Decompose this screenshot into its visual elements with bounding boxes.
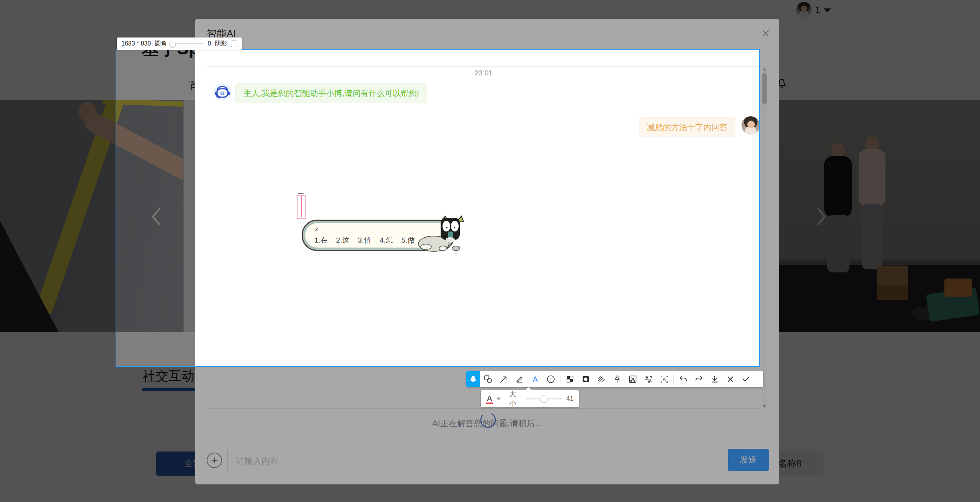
share-icon[interactable]: [691, 371, 707, 387]
chat-scrollbar[interactable]: ▲ ▼: [762, 66, 767, 409]
add-attachment-button[interactable]: +: [207, 453, 222, 468]
mosaic-tool-icon[interactable]: [562, 371, 578, 387]
ime-candidate[interactable]: 2.这: [336, 235, 350, 245]
ime-candidate[interactable]: 5.做: [401, 235, 415, 245]
cancel-capture-icon[interactable]: [722, 371, 738, 387]
chevron-down-icon[interactable]: [497, 398, 501, 400]
pin-tool-icon[interactable]: [609, 371, 625, 387]
scroll-down-icon[interactable]: ▼: [762, 404, 767, 408]
svg-text:A: A: [648, 378, 652, 383]
ime-candidate[interactable]: 4.怎: [380, 235, 393, 245]
undo-icon[interactable]: [675, 371, 691, 387]
ime-candidate-window: z 1.在 2.这 3.值 4.怎 5.做: [302, 220, 455, 251]
text-tool-options-popup: A 大小 41: [481, 390, 579, 407]
scroll-up-icon[interactable]: ▲: [762, 67, 767, 71]
ime-composition: z: [315, 225, 319, 233]
close-icon[interactable]: [761, 29, 770, 38]
number-badge-tool-icon[interactable]: 1: [543, 371, 559, 387]
arrow-tool-icon[interactable]: [496, 371, 511, 387]
confirm-capture-icon[interactable]: [738, 371, 754, 387]
font-size-label: 大小: [509, 390, 522, 408]
rounded-corner-value: 0: [207, 40, 211, 47]
download-icon[interactable]: [707, 371, 722, 387]
svg-text:1: 1: [549, 377, 552, 382]
font-size-slider[interactable]: [526, 398, 562, 399]
pen-tool-icon[interactable]: [511, 371, 527, 387]
svg-text:A: A: [662, 377, 665, 382]
svg-text:A: A: [532, 375, 538, 383]
translate-tool-icon[interactable]: A: [640, 371, 656, 387]
shadow-label: 阴影: [215, 40, 227, 48]
text-tool-icon[interactable]: A: [527, 371, 543, 387]
ime-candidate[interactable]: 1.在: [314, 235, 328, 245]
rounded-corner-slider[interactable]: [171, 43, 204, 44]
qq-logo-icon[interactable]: [466, 371, 480, 387]
ocr-tool-icon[interactable]: A: [656, 371, 672, 387]
font-color-picker[interactable]: A: [486, 394, 493, 404]
slider-handle[interactable]: [169, 41, 176, 47]
annotation-toolbar: A 1 A A: [466, 371, 763, 387]
mosaic-inverse-tool-icon[interactable]: [578, 371, 593, 387]
shadow-checkbox[interactable]: [231, 41, 237, 47]
ime-cat-sticker: [418, 215, 464, 253]
selection-size-label: 1683 * 830: [121, 40, 151, 47]
font-size-value: 41: [566, 395, 573, 403]
slider-handle[interactable]: [540, 395, 547, 403]
chat-message-input[interactable]: [227, 449, 729, 473]
loading-spinner-icon: [479, 411, 497, 429]
shapes-tool-icon[interactable]: [480, 371, 496, 387]
crop-tool-icon[interactable]: [625, 371, 640, 387]
ime-candidate[interactable]: 3.值: [358, 235, 371, 245]
capture-size-bar: 1683 * 830 圆角 0 阴影: [117, 37, 242, 50]
capture-selection-region[interactable]: [116, 49, 760, 367]
scrollbar-thumb[interactable]: [762, 73, 767, 104]
send-button[interactable]: 发送: [728, 449, 769, 471]
annotation-text-caret: [297, 195, 305, 219]
scribble-tool-icon[interactable]: [593, 371, 609, 387]
rounded-corner-label: 圆角: [155, 40, 167, 48]
screen: 1 基于Sp 首: [0, 0, 980, 502]
